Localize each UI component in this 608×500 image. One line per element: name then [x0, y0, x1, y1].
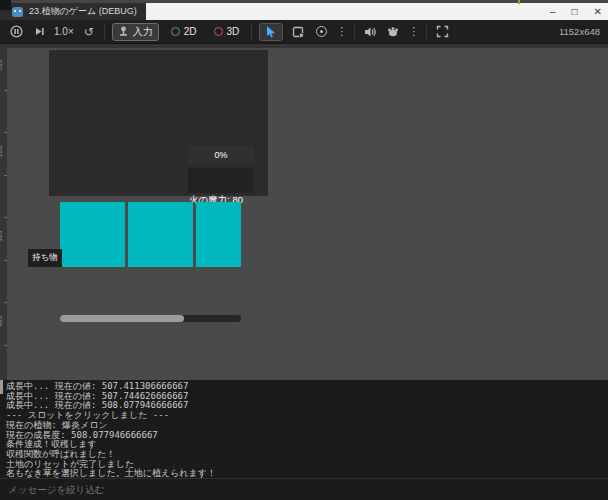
audio-options-menu-icon[interactable]: ⋮: [408, 25, 419, 38]
game-resolution-readout: 1152x648: [559, 26, 600, 37]
2d-circle-icon: [171, 27, 180, 36]
toolbar-separator: [354, 25, 355, 39]
game-viewport[interactable]: 100 200 300 400 0% 火の魔力: 80 持ち物: [0, 44, 608, 380]
ruler-label: 400: [0, 315, 3, 327]
ruler-label: 200: [0, 145, 3, 157]
reset-zoom-icon[interactable]: ↺: [81, 24, 97, 40]
message-filter-input[interactable]: [8, 484, 408, 495]
inventory-label: 持ち物: [28, 249, 62, 267]
growth-progress-bar: 0%: [188, 146, 254, 163]
console-scrollbar[interactable]: [0, 380, 3, 394]
game-screen-panel: 0% 火の魔力: 80: [49, 50, 268, 196]
2d-label: 2D: [184, 26, 197, 37]
joystick-icon: [118, 26, 129, 37]
selection-options-menu-icon[interactable]: ⋮: [336, 25, 347, 38]
3d-circle-icon: [214, 27, 223, 36]
vertical-ruler: 100 200 300 400: [0, 44, 7, 380]
selection-tool-button[interactable]: [259, 23, 283, 41]
ruler-label: 100: [0, 59, 3, 71]
growth-slider-fill: [60, 315, 184, 322]
message-filter-bar: [0, 478, 608, 500]
game-debug-toolbar: 1.0× ↺ 入力 2D 3D ⋮ ⋮ 1152x648: [0, 20, 608, 44]
ruler-label: 300: [0, 230, 3, 242]
inventory-slot-1[interactable]: [60, 202, 125, 267]
debug-paws-icon[interactable]: [385, 24, 401, 40]
item-preview-box: [188, 168, 253, 193]
titlebar: 23.植物のゲーム (DEBUG) – □ ✕: [0, 3, 608, 20]
camera-focus-icon[interactable]: [313, 24, 329, 40]
cursor-arrow-icon: [265, 25, 277, 38]
camera-override-2d-button[interactable]: 2D: [166, 23, 202, 41]
inventory-slot-2[interactable]: [128, 202, 193, 267]
top-edge-green-marker: [518, 0, 520, 4]
minimize-button[interactable]: –: [550, 3, 556, 20]
audio-mute-icon[interactable]: [362, 24, 378, 40]
growth-slider-track[interactable]: [60, 315, 241, 322]
log-line: 名もなき草を選択しました。土地に植えられます！: [6, 469, 608, 478]
next-frame-icon[interactable]: [31, 24, 47, 40]
toolbar-separator: [426, 25, 427, 39]
maximize-button[interactable]: □: [572, 3, 578, 20]
window-title: 23.植物のゲーム (DEBUG): [29, 5, 137, 18]
3d-label: 3D: [227, 26, 240, 37]
input-mode-label: 入力: [133, 25, 153, 39]
toolbar-separator: [251, 25, 252, 39]
debug-output-console[interactable]: 成長中... 現在の値: 507.411306666667 成長中... 現在の…: [0, 380, 608, 478]
toolbar-separator: [104, 25, 105, 39]
window-title-tab[interactable]: 23.植物のゲーム (DEBUG): [0, 3, 146, 20]
godot-app-icon: [12, 7, 23, 17]
window-controls: – □ ✕: [550, 3, 602, 20]
inventory-slot-3[interactable]: [196, 202, 241, 267]
zoom-level-menu[interactable]: 1.0×: [54, 26, 74, 37]
selection-list-icon[interactable]: [290, 24, 306, 40]
camera-override-3d-button[interactable]: 3D: [209, 23, 245, 41]
background-window-corner: [0, 0, 11, 10]
suspend-pause-icon[interactable]: [8, 24, 24, 40]
input-mode-button[interactable]: 入力: [112, 23, 159, 41]
fullscreen-icon[interactable]: [434, 24, 450, 40]
close-button[interactable]: ✕: [594, 3, 602, 20]
horizontal-ruler: [0, 44, 608, 48]
